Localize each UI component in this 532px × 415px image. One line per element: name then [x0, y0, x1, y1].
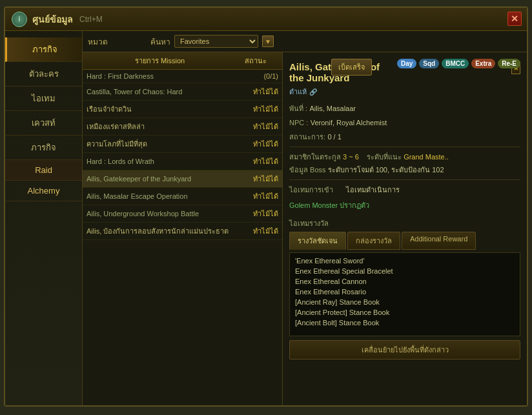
divider [289, 147, 520, 147]
tab-box-reward[interactable]: กล่องรางวัล [347, 232, 400, 250]
reward-section-label: ไอเทมรางวัล [289, 218, 520, 229]
row-mission-name: Ailis, Gatekeeper of the Junkyard [87, 175, 233, 183]
category-label: หมวด [88, 35, 108, 48]
table-row[interactable]: Castilla, Tower of Chaos: Hard ทำไม้ได้ [83, 83, 282, 101]
list-item: Enex Ethereal Rosario [292, 287, 517, 297]
table-row[interactable]: Ailis, Underground Workshop Battle ทำไม้… [83, 205, 282, 223]
row-mission-name: เหมืองแร่ดาสทิลล่า [87, 121, 233, 132]
tag-extra[interactable]: Extra [471, 59, 495, 68]
row-mission-status: ทำไม้ได้ [233, 103, 278, 115]
list-item: Enex Ethereal Special Bracelet [292, 266, 517, 276]
app-icon: i [12, 12, 27, 27]
table-row[interactable]: Ailis, Masalar Escape Operation ทำไม้ได้ [83, 188, 282, 205]
tab-main-reward[interactable]: รางวัลชัดเจน [289, 232, 346, 250]
divider2 [289, 179, 520, 180]
row-mission-status: ทำไม้ได้ [233, 156, 278, 167]
tag-bmcc[interactable]: BMCC [442, 59, 469, 68]
row-mission-status: (0/1) [233, 72, 278, 80]
list-item: [Ancient Bolt] Stance Book [292, 318, 517, 328]
row-mission-name: Ailis, บ้องกันการลอบสังหารนักล่าแม่นประธ… [87, 225, 233, 237]
sidebar-item-mission[interactable]: ภารกิจ [5, 37, 82, 62]
tag-day[interactable]: Day [397, 59, 416, 68]
row-mission-status: ทำไม้ได้ [233, 173, 278, 185]
search-bar: หมวด ค้นหา Favorites All ▼ [83, 31, 527, 52]
detail-subtitle: ตำแห้ 🔗 [289, 86, 520, 97]
close-button[interactable]: ✕ [507, 12, 522, 26]
location-section: พันที่ : Ailis, Masalaar [289, 103, 520, 114]
table-row[interactable]: Hard : First Darkness (0/1) [83, 70, 282, 83]
sidebar-item-quest[interactable]: เควสท์ [5, 111, 82, 136]
row-mission-name: Hard : First Darkness [87, 72, 233, 80]
content-area: ภารกิจ ตัวละคร ไอเทม เควสท์ ภารกิจ Raid … [5, 31, 527, 405]
search-label: ค้นหา [150, 35, 170, 48]
window-title: ศูนย์ข้อมูล [32, 12, 73, 26]
progress-section: สถานะการ: 0 / 1 [289, 131, 520, 143]
link-icon: 🔗 [309, 88, 317, 96]
title-bar: i ศูนย์ข้อมูล Ctrl+M ✕ [5, 8, 527, 31]
window-shortcut: Ctrl+M [79, 15, 103, 24]
sidebar-item-raid[interactable]: Raid [5, 160, 82, 181]
member-stat: สมาชิกในตระกูล 3 ~ 6 ระดับที่แนะ Grand M… [289, 151, 520, 163]
detail-panel: เบ็ดเสร็จ Day Sqd BMCC Extra Re-E Ailis,… [283, 52, 527, 405]
tag-ree[interactable]: Re-E [498, 59, 520, 68]
row-mission-status: ทำไม้ได้ [233, 225, 278, 237]
tag-sqd[interactable]: Sqd [419, 59, 439, 68]
reward-list: 'Enex Ethereal Sword' Enex Ethereal Spec… [289, 252, 520, 336]
main-panel: หมวด ค้นหา Favorites All ▼ รายการ Missio… [83, 31, 527, 405]
boss-stat: ข้อมูล Boss ระดับการโจมต์ 100, ระดับป้อง… [289, 164, 520, 176]
sidebar-item-item[interactable]: ไอเทม [5, 86, 82, 111]
reward-section: ไอเทมรางวัล รางวัลชัดเจน กล่องรางวัล Add… [289, 218, 520, 359]
row-mission-status: ทำไม้ได้ [233, 121, 278, 132]
move-button[interactable]: เคลื่อนย้ายไปยังพื้นที่ดังกล่าว [289, 340, 520, 359]
col-name-header: รายการ Mission [87, 55, 233, 66]
table-row[interactable]: Ailis, บ้องกันการลอบสังหารนักล่าแม่นประธ… [83, 223, 282, 240]
npc-section: NPC : Veronif, Royal Alchemist [289, 118, 520, 127]
table-row[interactable]: เหมืองแร่ดาสทิลล่า ทำไม้ได้ [83, 118, 282, 136]
tag-row: Day Sqd BMCC Extra Re-E [397, 59, 520, 68]
main-window: i ศูนย์ข้อมูล Ctrl+M ✕ ภารกิจ ตัวละคร ไอ… [4, 6, 528, 407]
row-mission-name: Ailis, Masalar Escape Operation [87, 192, 233, 200]
list-item: [Ancient Ray] Stance Book [292, 297, 517, 307]
row-mission-name: ความโลภที่ไม่มีที่สุด [87, 138, 233, 150]
sidebar-item-alchemy[interactable]: Alchemy [5, 181, 82, 201]
category-select[interactable]: Favorites All [174, 35, 258, 48]
tab-additional-reward[interactable]: Additional Reward [402, 232, 476, 250]
dropdown-arrow-icon[interactable]: ▼ [262, 35, 274, 47]
table-row[interactable]: Hard : Lords of Wrath ทำไม้ได้ [83, 153, 282, 170]
mission-list: รายการ Mission สถานะ Hard : First Darkne… [83, 52, 283, 405]
sidebar-item-mission2[interactable]: ภารกิจ [5, 136, 82, 160]
row-mission-name: เรือนจำจำดวิน [87, 103, 233, 115]
panel-split: รายการ Mission สถานะ Hard : First Darkne… [83, 52, 527, 405]
row-mission-status: ทำไม้ได้ [233, 138, 278, 150]
explore-button[interactable]: เบ็ดเสร็จ [331, 59, 372, 76]
row-mission-name: Hard : Lords of Wrath [87, 157, 233, 165]
mission-table-header: รายการ Mission สถานะ [83, 52, 282, 70]
row-mission-name: Ailis, Underground Workshop Battle [87, 210, 233, 218]
sidebar-item-character[interactable]: ตัวละคร [5, 62, 82, 86]
row-mission-status: ทำไม้ได้ [233, 190, 278, 202]
entry-section: ไอเทมการเข้า ไอเทมดำเนินการ [289, 184, 520, 196]
table-row[interactable]: เรือนจำจำดวิน ทำไม้ได้ [83, 101, 282, 118]
list-item: [Ancient Protect] Stance Book [292, 307, 517, 318]
reward-tabs: รางวัลชัดเจน กล่องรางวัล Additional Rewa… [289, 232, 520, 250]
sidebar: ภารกิจ ตัวละคร ไอเทม เควสท์ ภารกิจ Raid … [5, 31, 83, 405]
golem-text: Golem Monster ปรากฏตัว [289, 199, 520, 211]
row-mission-status: ทำไม้ได้ [233, 86, 278, 97]
table-row[interactable]: ความโลภที่ไม่มีที่สุด ทำไม้ได้ [83, 136, 282, 153]
row-mission-name: Castilla, Tower of Chaos: Hard [87, 88, 233, 96]
col-status-header: สถานะ [233, 55, 278, 66]
list-item: Enex Ethereal Cannon [292, 276, 517, 287]
list-item: 'Enex Ethereal Sword' [292, 256, 517, 266]
table-row[interactable]: Ailis, Gatekeeper of the Junkyard ทำไม้ไ… [83, 170, 282, 188]
row-mission-status: ทำไม้ได้ [233, 208, 278, 219]
